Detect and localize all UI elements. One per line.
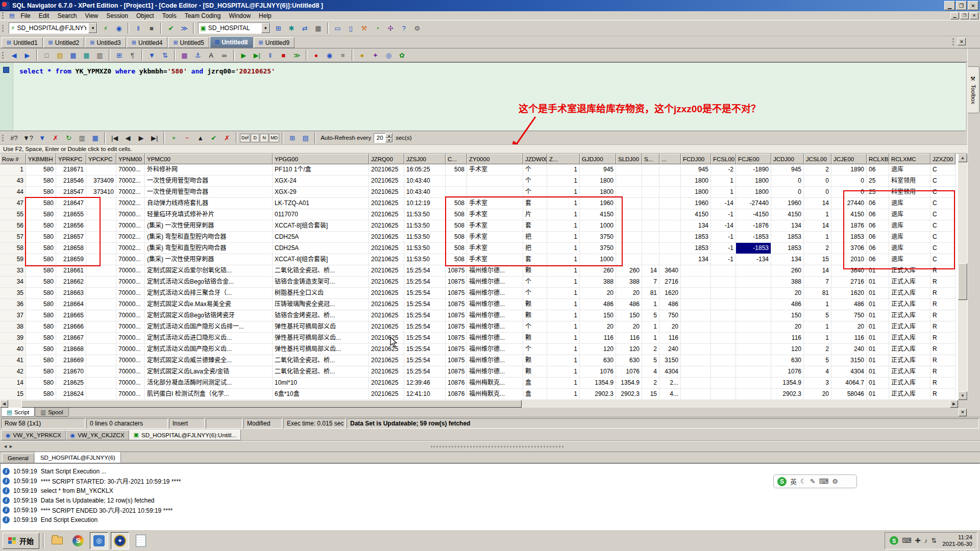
grid-cell[interactable]: [86, 299, 116, 310]
grid-cell[interactable]: 20210625: [369, 220, 404, 232]
grid-cell[interactable]: 颗: [523, 366, 547, 378]
grid-cell[interactable]: [681, 355, 711, 366]
grid-cell[interactable]: 个: [523, 344, 547, 355]
grid-cell[interactable]: 10875: [446, 265, 467, 277]
grid-cell[interactable]: 10875: [446, 321, 467, 333]
grid-cell[interactable]: (集采) 弯型和直型腔内吻合器: [145, 232, 273, 243]
grid-cell[interactable]: 个: [523, 288, 547, 299]
grid-cell[interactable]: 手术室: [467, 220, 523, 232]
grid-cell[interactable]: 颗: [523, 310, 547, 321]
grid-cell[interactable]: 218663: [56, 288, 86, 299]
grid-cell[interactable]: 218655: [56, 209, 86, 220]
grid-cell[interactable]: 1: [547, 265, 580, 277]
last-record-icon[interactable]: ▶|: [148, 132, 161, 144]
network-tray-icon[interactable]: ⇅: [931, 537, 937, 544]
column-header-JZXZ00[interactable]: JZXZ00: [930, 154, 955, 164]
grid-cell[interactable]: 福州维尔德...: [467, 299, 523, 310]
grid-cell[interactable]: 1: [804, 232, 831, 243]
grid-cell[interactable]: 06: [867, 243, 889, 254]
next-record-icon[interactable]: ▶: [135, 132, 148, 144]
grid-cell[interactable]: 388: [616, 277, 642, 288]
grid-cell[interactable]: 01: [867, 333, 889, 344]
grid-cell[interactable]: [681, 378, 711, 389]
grid-cell[interactable]: 正式入库: [889, 288, 930, 299]
open-file-icon[interactable]: ▤: [54, 49, 66, 61]
row-count-icon[interactable]: #?: [8, 132, 20, 144]
grid-cell[interactable]: 20: [616, 321, 642, 333]
grid-cell[interactable]: 27440: [831, 198, 867, 209]
grid-cell[interactable]: 25: [867, 187, 889, 198]
execute-icon[interactable]: ▶: [237, 49, 250, 61]
grid-cell[interactable]: 福州维尔德...: [467, 355, 523, 366]
grid-cell[interactable]: 240: [831, 344, 867, 355]
grid-cell[interactable]: 定制式活动义齿Bego钴铬合金...: [145, 277, 273, 288]
column-header-YPCKPC[interactable]: YPCKPC: [86, 154, 116, 164]
column-header-GJDJ00[interactable]: GJDJ00: [580, 154, 616, 164]
schema-combo-dropdown[interactable]: ▾: [261, 23, 270, 33]
keyboard-tray-icon[interactable]: ⌨: [902, 537, 912, 544]
grid-cell[interactable]: [736, 321, 771, 333]
grid-cell[interactable]: 1: [711, 187, 736, 198]
grid-cell[interactable]: [86, 378, 116, 389]
grid-cell[interactable]: 01: [867, 378, 889, 389]
grid-cell[interactable]: 218547: [56, 187, 86, 198]
connection-combo[interactable]: ⚡SD_HOSPITAL@FJLNYY(▾: [9, 22, 97, 34]
grid-cell[interactable]: 20: [580, 288, 616, 299]
grid-cell[interactable]: 自动弹力线痔疮套扎器: [145, 198, 273, 209]
grid-cell[interactable]: 01: [867, 299, 889, 310]
grid-cell[interactable]: [86, 389, 116, 400]
grid-cell[interactable]: PF110 1个/盒: [273, 164, 369, 176]
tuner-icon[interactable]: ✣: [384, 22, 397, 34]
grid-cell[interactable]: 218647: [56, 198, 86, 209]
execute-checked-icon[interactable]: ✔: [164, 22, 177, 34]
session-tab-sd-hospital[interactable]: ▣SD_HOSPITAL@FJLNYY(6):Untitl...: [129, 430, 241, 440]
grid-cell[interactable]: 20: [804, 389, 831, 400]
call-stack-icon[interactable]: ≡: [336, 49, 349, 61]
grid-cell[interactable]: C: [930, 176, 955, 187]
grid-cell[interactable]: 1: [642, 321, 659, 333]
grid-cell[interactable]: 1354.9: [616, 378, 642, 389]
grid-cell[interactable]: 二氧化锆全瓷冠、桥...: [273, 265, 369, 277]
grid-cell[interactable]: R: [930, 355, 955, 366]
table-row[interactable]: 3358021866170000...定制式固定义齿爱尔创氧化锆...二氧化锆全…: [0, 265, 955, 277]
grid-cell[interactable]: 14: [804, 265, 831, 277]
grid-cell[interactable]: 580: [26, 243, 56, 254]
grid-cell[interactable]: 20: [771, 321, 804, 333]
grid-cell[interactable]: 1: [547, 389, 580, 400]
grid-cell[interactable]: 1853: [771, 243, 804, 254]
grid-cell[interactable]: 退库: [889, 232, 930, 243]
table-row[interactable]: 4158021866970000...定制式固定义齿威兰德臻瓷全...二氧化锆全…: [0, 355, 955, 366]
column-header-ZY0000[interactable]: ZY0000: [467, 154, 523, 164]
describe-icon[interactable]: ¶: [126, 49, 139, 61]
spool-window-icon[interactable]: ▯: [345, 22, 357, 34]
grid-cell[interactable]: -1: [711, 243, 736, 254]
grid-cell[interactable]: 15:25:54: [404, 321, 446, 333]
ime-keyboard-icon[interactable]: ⌨: [819, 478, 829, 485]
grid-cell[interactable]: 508: [446, 243, 467, 254]
grid-cell[interactable]: (集采) 弯型和直型腔内吻合器: [145, 243, 273, 254]
grid-cell[interactable]: [642, 176, 659, 187]
grid-cell[interactable]: 钴铬合金烤瓷冠、桥...: [273, 310, 369, 321]
refresh-icon[interactable]: ↻: [62, 132, 75, 144]
grid-cell[interactable]: 373409: [86, 176, 116, 187]
grid-cell[interactable]: 钴铬合金铸造支架可...: [273, 277, 369, 288]
grid-cell[interactable]: 486: [659, 299, 681, 310]
grid-cell[interactable]: 一次性使用管型吻合器: [145, 187, 273, 198]
grid-cell[interactable]: 134: [771, 254, 804, 265]
filter-icon[interactable]: ▼: [145, 49, 158, 61]
grid-cell[interactable]: [642, 198, 659, 209]
code-road-map-icon[interactable]: ⇄: [299, 22, 311, 34]
grid-cell[interactable]: 06: [867, 164, 889, 176]
column-header-YPNM00[interactable]: YPNM00: [116, 154, 145, 164]
grid-cell[interactable]: 580: [26, 344, 56, 355]
grid-cell[interactable]: 1: [642, 299, 659, 310]
grid-cell[interactable]: [642, 187, 659, 198]
grid-cell[interactable]: 15: [642, 389, 659, 400]
grid-cell[interactable]: [642, 164, 659, 176]
grid-cell[interactable]: CDH25A: [273, 243, 369, 254]
grid-cell[interactable]: [711, 389, 736, 400]
grid-cell[interactable]: 33: [0, 265, 26, 277]
grid-cell[interactable]: [681, 389, 711, 400]
grid-cell[interactable]: 福州维尔德...: [467, 277, 523, 288]
close-tab-button[interactable]: ✕: [958, 38, 966, 45]
